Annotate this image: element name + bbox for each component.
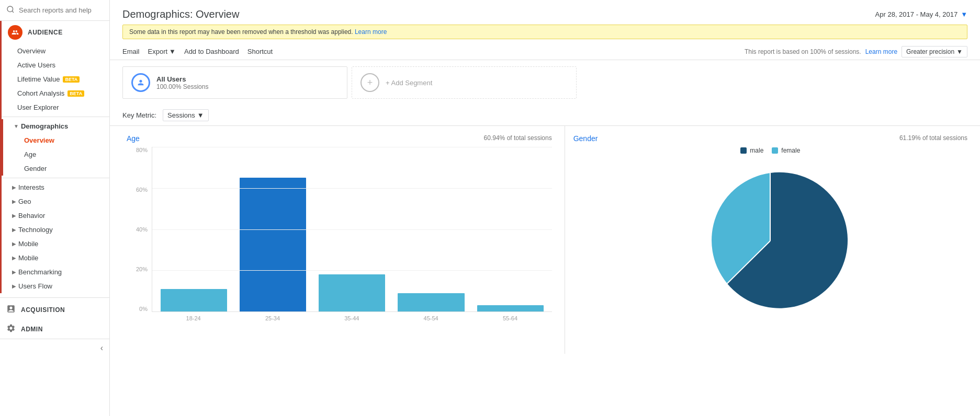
sidebar-item-custom[interactable]: ▶ Mobile (2, 251, 109, 265)
export-button[interactable]: Export ▼ (148, 45, 176, 57)
sidebar-item-technology[interactable]: ▶ Technology (2, 223, 109, 237)
alert-bar: Some data in this report may have been r… (122, 25, 967, 39)
sidebar-item-geo[interactable]: ▶ Geo (2, 194, 109, 209)
grid-line-40 (152, 229, 552, 230)
add-segment-label: + Add Segment (386, 79, 432, 87)
export-label: Export (148, 48, 168, 55)
audience-icon (8, 25, 22, 40)
x-label-18-24: 18-24 (160, 315, 227, 321)
date-range-text: Apr 28, 2017 - May 4, 2017 (875, 10, 958, 18)
technology-label: Technology (18, 226, 53, 234)
date-range[interactable]: Apr 28, 2017 - May 4, 2017 ▼ (875, 10, 967, 18)
all-users-name: All Users (156, 75, 208, 83)
toolbar: Email Export ▼ Add to Dashboard Shortcut… (110, 43, 980, 60)
interests-label: Interests (18, 183, 44, 191)
main-header: Demographics: Overview Apr 28, 2017 - Ma… (110, 0, 980, 25)
collapse-sidebar-icon: ‹ (100, 343, 103, 353)
add-segment-box[interactable]: + + Add Segment (352, 66, 577, 99)
search-area[interactable] (0, 0, 109, 21)
key-metric-label: Key Metric: (122, 111, 156, 119)
age-chart-container: Age 60.94% of total sessions 80% 60% 40%… (122, 126, 565, 354)
behavior-arrow: ▶ (12, 213, 16, 218)
age-chart-subtitle: 60.94% of total sessions (484, 134, 552, 142)
legend-dot-male (740, 147, 747, 154)
add-dashboard-button[interactable]: Add to Dashboard (184, 45, 239, 57)
acquisition-header[interactable]: ACQUISITION (0, 300, 109, 319)
search-icon (6, 5, 15, 15)
y-label-40: 40% (136, 226, 148, 233)
benchmarking-label: Benchmarking (18, 268, 62, 276)
all-users-segment[interactable]: All Users 100.00% Sessions (122, 66, 347, 99)
bar-25-34 (240, 178, 306, 311)
legend-item-male: male (740, 147, 763, 154)
sidebar-item-cohort-analysis[interactable]: Cohort Analysis BETA (2, 86, 109, 100)
precision-dropdown-icon: ▼ (956, 48, 963, 55)
sidebar-item-user-explorer[interactable]: User Explorer (2, 100, 109, 114)
bar-45-54 (398, 293, 464, 311)
toolbar-right: This report is based on 100% of sessions… (745, 46, 967, 57)
legend-dot-female (772, 147, 778, 154)
y-label-20: 20% (136, 266, 148, 272)
sidebar-item-lifetime-value[interactable]: Lifetime Value BETA (2, 72, 109, 86)
grid-line-60 (152, 188, 552, 189)
export-dropdown-icon: ▼ (169, 48, 176, 55)
sidebar-item-behavior[interactable]: ▶ Behavior (2, 209, 109, 223)
search-input[interactable] (19, 6, 103, 14)
legend-label-female: female (781, 147, 800, 154)
gender-chart-container: Gender 61.19% of total sessions male fem… (565, 126, 967, 354)
sidebar-item-demographics-overview[interactable]: Overview (8, 133, 109, 147)
collapse-sidebar-button[interactable]: ‹ (0, 339, 109, 357)
sidebar-item-demographics-age[interactable]: Age (8, 147, 109, 161)
sidebar-item-active-users[interactable]: Active Users (2, 58, 109, 72)
geo-arrow: ▶ (12, 199, 16, 204)
geo-label: Geo (18, 198, 31, 205)
bar-chart-area: 80% 60% 40% 20% 0% (122, 147, 556, 345)
key-metric-select[interactable]: Sessions ▼ (163, 109, 209, 121)
user-explorer-label: User Explorer (17, 103, 59, 111)
toolbar-left: Email Export ▼ Add to Dashboard Shortcut (122, 45, 273, 57)
behavior-label: Behavior (18, 212, 45, 219)
toolbar-learn-more-link[interactable]: Learn more (865, 48, 897, 55)
sidebar-item-users-flow[interactable]: ▶ Users Flow (2, 279, 109, 293)
email-button[interactable]: Email (122, 45, 140, 57)
audience-header[interactable]: AUDIENCE (2, 21, 109, 44)
audience-label: AUDIENCE (28, 29, 63, 36)
date-dropdown-icon[interactable]: ▼ (961, 10, 967, 18)
custom-arrow: ▶ (12, 255, 16, 261)
admin-header[interactable]: ADMIN (0, 319, 109, 339)
demographics-group: ▼ Demographics Overview Age Gender (2, 119, 109, 176)
sidebar-item-overview[interactable]: Overview (2, 44, 109, 58)
users-flow-label: Users Flow (18, 282, 52, 290)
key-metric-value: Sessions (167, 111, 195, 119)
demographics-gender-label: Gender (24, 165, 47, 172)
sidebar-item-benchmarking[interactable]: ▶ Benchmarking (2, 265, 109, 279)
mobile-label: Mobile (18, 240, 38, 248)
demographics-header[interactable]: ▼ Demographics (3, 119, 109, 133)
main-content: Demographics: Overview Apr 28, 2017 - Ma… (110, 0, 980, 416)
key-metric-row: Key Metric: Sessions ▼ (110, 105, 980, 126)
precision-button[interactable]: Greater precision ▼ (902, 46, 967, 57)
gender-chart-subtitle: 61.19% of total sessions (899, 134, 967, 143)
acquisition-label: ACQUISITION (21, 306, 65, 314)
overview-label: Overview (17, 47, 46, 55)
grid-line-20 (152, 270, 552, 271)
y-label-0: 0% (139, 306, 148, 312)
age-chart-title: Age (127, 134, 140, 143)
shortcut-button[interactable]: Shortcut (247, 45, 273, 57)
sidebar: AUDIENCE Overview Active Users Lifetime … (0, 0, 110, 416)
sidebar-item-interests[interactable]: ▶ Interests (2, 180, 109, 194)
alert-learn-more-link[interactable]: Learn more (355, 28, 387, 36)
gender-pie-chart (692, 163, 849, 319)
add-segment-circle: + (361, 73, 379, 92)
lifetime-beta-badge: BETA (63, 76, 80, 83)
cohort-beta-badge: BETA (67, 90, 84, 97)
y-label-80: 80% (136, 147, 148, 153)
gender-chart-title: Gender (573, 134, 598, 143)
sidebar-item-mobile[interactable]: ▶ Mobile (2, 237, 109, 251)
demographics-overview-label: Overview (24, 136, 54, 144)
users-flow-arrow: ▶ (12, 283, 16, 289)
charts-section: Age 60.94% of total sessions 80% 60% 40%… (110, 126, 980, 354)
sidebar-item-demographics-gender[interactable]: Gender (8, 161, 109, 176)
bar-35-44 (319, 274, 385, 311)
age-chart-header: Age 60.94% of total sessions (122, 134, 556, 143)
